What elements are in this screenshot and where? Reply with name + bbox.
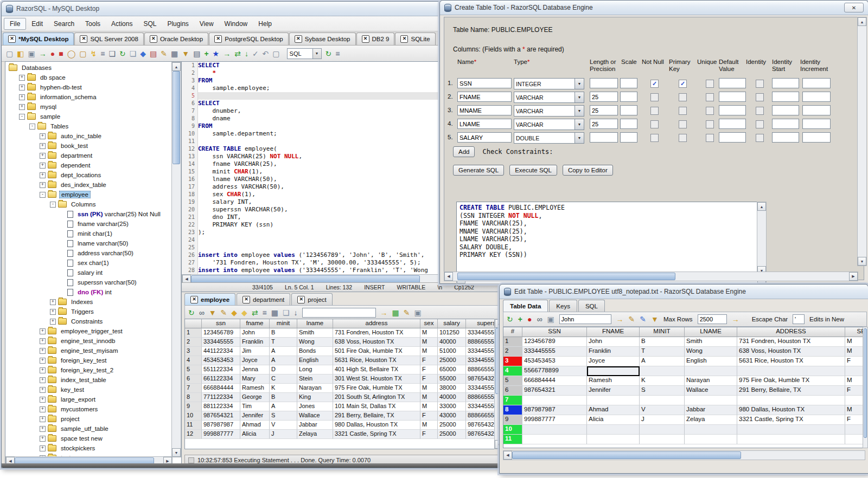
scale-field[interactable] xyxy=(620,105,637,115)
sql-mode-select[interactable]: SQL▼ xyxy=(287,48,322,59)
table-cell[interactable]: 661122334 xyxy=(202,374,240,384)
table-cell[interactable]: F xyxy=(420,356,438,365)
row-number[interactable]: 5 xyxy=(503,376,522,386)
edit-table-row[interactable]: 7 xyxy=(503,396,865,405)
tree-item[interactable]: -Tables xyxy=(5,121,173,131)
row-number[interactable]: 2 xyxy=(185,338,202,347)
scroll-left-icon[interactable]: ◀ xyxy=(444,272,453,281)
editor-hscroll-thumb[interactable] xyxy=(191,275,420,283)
keys-icon[interactable]: ◆ xyxy=(241,309,247,316)
table-cell[interactable]: 638 Voss, Houston TX xyxy=(737,347,845,357)
table-cell[interactable] xyxy=(685,396,737,405)
identity-start-field[interactable] xyxy=(772,78,799,88)
edit-table-row[interactable]: 45566778899 xyxy=(503,366,865,376)
scroll-down-icon[interactable]: ▼ xyxy=(858,257,866,266)
bookmark-icon[interactable]: ★ xyxy=(213,50,220,57)
table-cell[interactable]: M xyxy=(420,384,438,393)
table-cell[interactable]: 638 Voss, Houston TX xyxy=(333,338,420,347)
copy-to-editor-button[interactable]: Copy to Editor xyxy=(563,165,613,176)
table-cell[interactable]: M xyxy=(420,328,438,338)
tree-expander-icon[interactable]: + xyxy=(40,436,46,442)
table-cell[interactable]: F xyxy=(420,430,438,439)
table-cell[interactable]: Jim xyxy=(240,347,270,356)
table-cell[interactable]: 987654321 xyxy=(522,386,587,396)
table-cell[interactable]: 25000 xyxy=(438,430,466,439)
insert-row-icon[interactable]: ▦ xyxy=(392,309,399,316)
table-cell[interactable]: S xyxy=(270,411,297,421)
edit-table-icon[interactable]: ✎ xyxy=(161,50,167,57)
edit-hscroll-thumb[interactable] xyxy=(512,451,741,459)
edit-table-row[interactable]: 2333445555FranklinTWong638 Voss, Houston… xyxy=(503,347,865,357)
tree-expander-icon[interactable]: + xyxy=(40,397,46,403)
table-cell[interactable] xyxy=(640,435,685,444)
edit-titlebar[interactable]: Edit Table - PUBLIC.EMPLOYEE utf8_notepa… xyxy=(500,285,868,299)
tree-expander-icon[interactable]: + xyxy=(19,85,25,91)
table-cell[interactable]: D xyxy=(270,365,297,374)
fetch-icon[interactable]: ↓ xyxy=(245,50,248,57)
tree-expander-icon[interactable]: + xyxy=(40,445,46,451)
validate-icon[interactable]: ✓ xyxy=(252,50,259,57)
table-cell[interactable]: V xyxy=(640,405,685,415)
table-cell[interactable]: 980 Dallas, Houston TX xyxy=(333,421,420,430)
add-column-button[interactable]: Add xyxy=(453,146,475,157)
table-cell[interactable]: Joyce xyxy=(240,356,270,365)
row-number[interactable]: 9 xyxy=(185,402,202,411)
tree-expander-icon[interactable]: + xyxy=(19,104,25,110)
execute-sql-icon[interactable]: → xyxy=(223,50,231,57)
tree-item[interactable]: lname varchar(50) xyxy=(5,238,173,248)
table-cell[interactable]: M xyxy=(420,421,438,430)
edit-column-header[interactable]: SSN xyxy=(522,327,587,337)
unique-checkbox[interactable] xyxy=(706,93,714,101)
table-cell[interactable]: English xyxy=(297,356,333,365)
table-cell[interactable]: Jennifer xyxy=(240,411,270,421)
menu-item-help[interactable]: Help xyxy=(253,18,277,29)
row-search-input[interactable] xyxy=(559,314,611,324)
table-cell[interactable]: M xyxy=(420,402,438,411)
edit-column-header[interactable]: # xyxy=(503,327,522,337)
tree-item[interactable]: minit char(1) xyxy=(5,229,173,238)
edit-blue-icon[interactable]: ✎ xyxy=(640,315,646,323)
chart-icon[interactable]: ▦ xyxy=(271,309,278,316)
connection-tab-oracle-desktop[interactable]: ✕Oracle Desktop xyxy=(144,33,208,45)
go-maxrows-icon[interactable]: → xyxy=(732,315,739,323)
tree-item[interactable]: ssn (PK) varchar(25) Not Null xyxy=(5,209,173,219)
unique-checkbox[interactable] xyxy=(706,120,714,128)
row-number[interactable]: 4 xyxy=(185,356,202,365)
go-arrow-icon[interactable]: → xyxy=(380,309,388,316)
identity-start-field[interactable] xyxy=(772,132,799,143)
tree-item[interactable]: +des_index_table xyxy=(5,180,173,190)
refresh-results-icon[interactable]: ↻ xyxy=(188,309,195,316)
row-number[interactable]: 4 xyxy=(503,366,522,376)
column-name-field[interactable] xyxy=(457,92,512,102)
tree-expander-icon[interactable]: + xyxy=(19,75,25,81)
table-cell[interactable]: 101250 xyxy=(438,328,466,338)
table-cell[interactable]: B xyxy=(270,328,297,338)
tree-item[interactable]: -employee xyxy=(5,190,173,199)
results-column-header[interactable] xyxy=(185,319,202,328)
primary-key-checkbox[interactable] xyxy=(679,107,687,115)
table-cell[interactable]: V xyxy=(270,421,297,430)
new-editor-icon[interactable]: ▢ xyxy=(272,50,279,57)
row-number[interactable]: 11 xyxy=(503,435,522,444)
primary-key-checkbox[interactable] xyxy=(679,134,687,142)
close-tab-icon[interactable]: ✕ xyxy=(295,35,302,43)
identity-start-field[interactable] xyxy=(772,119,799,129)
table-cell[interactable]: 551122334 xyxy=(202,365,240,374)
chevron-down-icon[interactable]: ▼ xyxy=(575,79,584,89)
not-null-checkbox[interactable]: ✓ xyxy=(650,80,659,88)
chevron-down-icon[interactable]: ▼ xyxy=(312,49,321,59)
results-column-header[interactable]: minit xyxy=(270,319,297,328)
tree-expander-icon[interactable]: + xyxy=(40,328,46,334)
table-cell[interactable]: 501 Fire Oak, Humble TX xyxy=(333,347,420,356)
binoculars-icon[interactable]: ∞ xyxy=(537,315,542,323)
table-cell[interactable]: Alicia xyxy=(240,430,270,439)
tree-expander-icon[interactable]: + xyxy=(40,172,46,178)
table-cell[interactable]: M xyxy=(420,347,438,356)
table-cell[interactable]: Joyce xyxy=(587,357,640,366)
close-tab-icon[interactable]: ✕ xyxy=(400,35,408,43)
scroll-right-icon[interactable]: ▶ xyxy=(849,272,858,281)
table-cell[interactable]: Zelaya xyxy=(297,430,333,439)
save-table-icon[interactable]: ▣ xyxy=(547,315,554,323)
tree-item[interactable]: dno (FK) int xyxy=(5,287,173,297)
column-name-field[interactable] xyxy=(457,78,512,88)
